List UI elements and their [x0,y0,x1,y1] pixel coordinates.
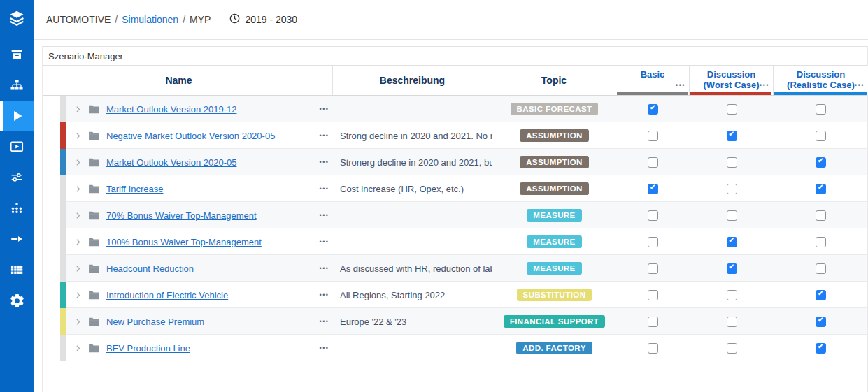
scenario-checkbox[interactable] [816,131,826,141]
scenario-checkbox[interactable] [816,290,826,300]
scenario-checkbox[interactable] [816,104,826,115]
chevron-right-icon[interactable] [73,131,83,141]
row-menu-dots[interactable]: ••• [315,132,333,139]
scenario-name-link[interactable]: New Purchase Premium [106,317,204,327]
chevron-right-icon[interactable] [73,237,83,247]
row-color-bar [60,202,66,228]
scenario-checkbox[interactable] [727,317,737,327]
breadcrumb-item-myp: MYP [190,14,211,25]
scenario-name-link[interactable]: Introduction of Electric Vehicle [106,290,228,300]
scenario-checkbox[interactable] [816,237,826,247]
scenario-checkbox[interactable] [648,131,658,141]
scenario-name-link[interactable]: Market Outlook Version 2019-12 [106,104,236,115]
sidebar-item-tables[interactable] [0,254,34,285]
row-menu-dots[interactable]: ••• [315,106,333,112]
scenario-checkbox[interactable] [816,157,826,168]
dot-tree-icon [9,201,24,216]
scenario-checkbox[interactable] [648,263,658,274]
scenario-checkbox[interactable] [648,343,658,354]
topic-badge: ADD. FACTORY [516,342,592,354]
scenario-title-line2: (Realistic Case) [787,80,855,90]
scenario-name-link[interactable]: BEV Production Line [106,343,190,354]
scenario-checkbox[interactable] [727,104,737,115]
chevron-right-icon[interactable] [73,184,83,194]
row-check-realistic-case [774,157,868,168]
scenario-checkbox[interactable] [727,157,737,168]
chevron-right-icon[interactable] [73,263,83,274]
row-topic-cell: SUBSTITUTION [492,289,616,301]
table-row: 70% Bonus Waiver Top-Management ••• MEAS… [60,202,867,228]
scenario-checkbox[interactable] [648,317,658,327]
sidebar-item-simulation[interactable] [0,101,34,131]
scenario-name-link[interactable]: Headcount Reduction [106,263,194,274]
row-check-basic [616,104,690,115]
scenario-checkbox[interactable] [727,210,737,221]
scenario-checkbox[interactable] [648,210,658,221]
row-menu-dots[interactable]: ••• [315,238,333,245]
chevron-right-icon[interactable] [73,210,83,221]
sidebar-item-presentation[interactable] [0,131,34,162]
scenario-checkbox[interactable] [648,184,658,194]
row-color-bar [60,308,66,335]
scenario-checkbox[interactable] [727,184,737,194]
row-menu-dots[interactable]: ••• [315,291,333,298]
scenario-checkbox[interactable] [816,263,826,274]
scenario-menu-dots[interactable]: ••• [760,80,769,91]
scenario-name-link[interactable]: 70% Bonus Waiver Top-Management [106,210,257,221]
scenario-checkbox[interactable] [727,290,737,300]
breadcrumb-link-simulationen[interactable]: Simulationen [122,14,178,25]
row-menu-dots[interactable]: ••• [315,265,333,272]
scenario-checkbox[interactable] [727,131,737,141]
table-row: Introduction of Electric Vehicle ••• All… [60,282,867,308]
sidebar-item-flow[interactable] [0,224,34,254]
row-check-realistic-case [774,184,868,194]
topic-badge: ASSUMPTION [520,182,589,195]
scenario-checkbox[interactable] [648,157,658,168]
sidebar-item-parameters[interactable] [0,162,34,193]
scenario-title-line1: Discussion [797,69,845,80]
row-menu-dots[interactable]: ••• [315,159,333,166]
chevron-right-icon[interactable] [73,290,83,300]
scenario-checkbox[interactable] [727,237,737,247]
sidebar-item-structure[interactable] [0,70,34,101]
scenario-checkbox[interactable] [816,210,826,221]
scenario-name-link[interactable]: Negative Market Outlook Version 2020-05 [106,131,275,141]
row-description: All Regions, Starting 2022 [333,290,492,300]
row-name-cell: Introduction of Electric Vehicle [66,282,315,308]
scenario-checkbox[interactable] [648,237,658,247]
row-name-cell: Tariff Increase [66,175,315,202]
scenario-name-link[interactable]: Market Outlook Version 2020-05 [106,157,236,168]
scenario-name-link[interactable]: Tariff Increase [106,184,163,194]
row-topic-cell: MEASURE [492,209,616,222]
scenario-menu-dots[interactable]: ••• [676,80,685,91]
scenario-checkbox[interactable] [816,343,826,354]
sidebar-item-archive[interactable] [0,39,34,70]
row-check-realistic-case [774,210,868,221]
chevron-right-icon[interactable] [73,157,83,168]
panel-title: Szenario-Manager [43,47,867,65]
scenario-name-link[interactable]: 100% Bonus Waiver Top-Management [106,237,262,247]
sidebar-item-hierarchy[interactable] [0,193,34,224]
row-check-worst-case [690,157,774,168]
sidebar [0,0,34,392]
row-topic-cell: MEASURE [492,235,616,248]
scenario-checkbox[interactable] [648,104,658,115]
scenario-checkbox[interactable] [727,263,737,274]
chevron-right-icon[interactable] [73,317,83,327]
scenario-checkbox[interactable] [816,317,826,327]
column-header-scenario-realistic-case: Discussion (Realistic Case) ••• [774,66,868,95]
row-menu-dots[interactable]: ••• [315,185,333,192]
breadcrumb-separator: / [115,14,118,25]
scenario-menu-dots[interactable]: ••• [855,80,865,91]
scenario-checkbox[interactable] [648,290,658,300]
row-menu-dots[interactable]: ••• [315,212,333,219]
breadcrumb-separator: / [183,14,185,25]
scenario-checkbox[interactable] [727,343,737,354]
scenario-checkbox[interactable] [816,184,826,194]
sidebar-item-settings[interactable] [0,285,34,316]
app-logo[interactable] [0,0,34,39]
row-menu-dots[interactable]: ••• [315,344,333,351]
row-menu-dots[interactable]: ••• [315,318,333,325]
chevron-right-icon[interactable] [73,104,83,115]
chevron-right-icon[interactable] [73,343,83,354]
